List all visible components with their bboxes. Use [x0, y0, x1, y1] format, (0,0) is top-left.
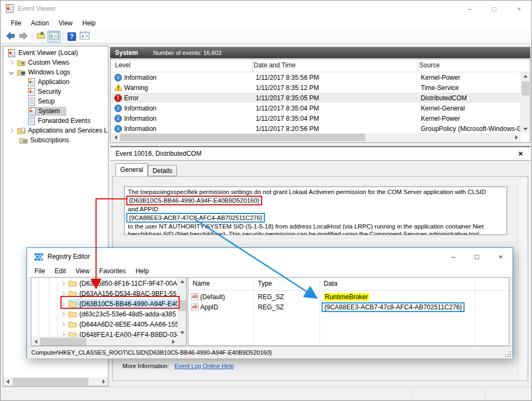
subscriptions-folder-icon: [19, 137, 28, 144]
registry-tree-vertical-scrollbar[interactable]: [178, 278, 186, 337]
sidebar-item-application[interactable]: Application: [3, 77, 108, 87]
registry-folder-icon: [69, 310, 77, 317]
sidebar-item-setup[interactable]: Setup: [3, 96, 108, 106]
registry-key-row[interactable]: {D644A6D2-8E5E-4405-AA66-155: [31, 319, 178, 329]
event-log-online-help-link[interactable]: Event Log Online Help: [174, 363, 234, 369]
registry-key-row[interactable]: {d63c23c5-53e6-48d5-adda-a385: [31, 309, 178, 319]
close-button[interactable]: ×: [507, 1, 531, 17]
event-description-box: The toepassingsspecifiek permission sett…: [124, 186, 507, 235]
close-button[interactable]: ×: [489, 248, 513, 265]
resize-grip[interactable]: [510, 356, 511, 357]
scroll-right-icon[interactable]: [512, 133, 521, 141]
menu-view[interactable]: View: [71, 267, 94, 275]
column-separator[interactable]: [252, 60, 253, 71]
sidebar-item-subscriptions[interactable]: Subscriptions: [3, 135, 108, 145]
menu-file[interactable]: File: [30, 267, 50, 275]
warning-icon: [114, 84, 122, 93]
minimize-button[interactable]: –: [457, 1, 482, 17]
event-list-horizontal-scrollbar[interactable]: [111, 133, 521, 142]
event-row[interactable]: i Information 1/11/2017 8:35:04 PM Kerne…: [111, 113, 520, 123]
menu-help[interactable]: Help: [131, 267, 154, 275]
menu-view[interactable]: View: [54, 19, 78, 27]
scroll-down-icon[interactable]: [178, 329, 187, 337]
event-row[interactable]: i Information 1/11/2017 8:20:56 PM Group…: [111, 123, 520, 134]
chevron-right-icon[interactable]: [9, 128, 13, 133]
sidebar-item-custom-views[interactable]: Custom Views: [3, 58, 108, 67]
scrollbar-thumb[interactable]: [522, 81, 529, 95]
maximize-button[interactable]: □: [465, 248, 489, 265]
scroll-left-icon[interactable]: [31, 337, 40, 345]
column-header-name[interactable]: Name: [193, 280, 210, 287]
chevron-right-icon[interactable]: [60, 312, 65, 316]
value-name: AppID: [200, 303, 218, 311]
chevron-down-icon[interactable]: [9, 70, 13, 74]
close-icon[interactable]: ×: [519, 149, 523, 158]
sidebar-item-windows-logs[interactable]: Windows Logs: [3, 67, 108, 77]
scroll-right-icon[interactable]: [169, 337, 178, 345]
chevron-right-icon[interactable]: [60, 301, 65, 306]
sidebar-item-forwarded-events[interactable]: Forwarded Events: [3, 116, 108, 126]
menu-favorites[interactable]: Favorites: [94, 267, 131, 275]
event-row[interactable]: Warning 1/11/2017 8:35:12 PM Time-Servic…: [111, 82, 520, 93]
scroll-down-icon[interactable]: [521, 125, 530, 133]
event-row[interactable]: i Information 1/11/2017 8:35:56 PM Kerne…: [111, 72, 520, 82]
help-button[interactable]: ?: [65, 31, 78, 43]
sidebar-horizontal-scrollbar[interactable]: [3, 377, 108, 386]
sidebar-item-root[interactable]: Event Viewer (Local): [3, 48, 108, 58]
sidebar-item-security[interactable]: Security: [3, 87, 108, 96]
registry-tree-horizontal-scrollbar[interactable]: [31, 337, 178, 345]
event-row[interactable]: i Information 1/11/2017 8:35:04 PM Kerne…: [111, 103, 520, 113]
detail-vertical-scrollbar[interactable]: [518, 178, 527, 379]
scroll-up-icon[interactable]: [178, 278, 187, 286]
more-information-row: More Information:Event Log Online Help: [122, 363, 234, 369]
chevron-right-icon[interactable]: [9, 60, 13, 65]
event-list-header: Level Date and Time Source: [111, 59, 530, 72]
sidebar-item-label: Custom Views: [28, 59, 69, 66]
action-pane-button[interactable]: [78, 31, 91, 43]
registry-key-row[interactable]: {D63A5850-8F16-11CF-9F47-00A: [31, 278, 178, 288]
tab-details[interactable]: Details: [148, 165, 177, 176]
forward-button[interactable]: [17, 31, 30, 43]
registry-value-row[interactable]: ab (Default) REG_SZ RuntimeBroker: [188, 292, 509, 302]
maximize-button[interactable]: □: [482, 1, 507, 17]
scroll-left-icon[interactable]: [3, 377, 12, 385]
scroll-left-icon[interactable]: [111, 133, 120, 141]
menu-file[interactable]: File: [6, 19, 26, 27]
scrollbar-thumb[interactable]: [13, 378, 88, 385]
console-tree-button[interactable]: [47, 31, 60, 43]
column-header-datetime[interactable]: Date and Time: [254, 61, 296, 69]
chevron-right-icon[interactable]: [60, 281, 65, 285]
column-header-type[interactable]: Type: [258, 280, 272, 287]
menu-help[interactable]: Help: [78, 19, 101, 27]
chevron-right-icon[interactable]: [60, 291, 65, 295]
windows-logs-folder-icon: [17, 69, 25, 76]
minimize-button[interactable]: –: [441, 248, 465, 265]
status-bar: [2, 386, 531, 400]
event-row-selected[interactable]: ! Error 1/11/2017 8:35:05 PM Distributed…: [111, 93, 520, 103]
column-separator[interactable]: [418, 60, 418, 71]
scroll-right-icon[interactable]: [99, 377, 108, 385]
back-button[interactable]: [4, 31, 17, 43]
scrollbar-thumb[interactable]: [120, 134, 365, 141]
chevron-right-icon[interactable]: [60, 322, 65, 326]
column-header-source[interactable]: Source: [419, 61, 440, 69]
registry-key-row-selected[interactable]: {D63B10C5-BB46-4990-A94F-E40: [31, 299, 178, 309]
registry-editor-logo-icon: [35, 252, 43, 262]
menu-action[interactable]: Action: [26, 19, 53, 27]
tab-general[interactable]: General: [115, 163, 148, 176]
scrollbar-thumb[interactable]: [179, 300, 186, 311]
registry-value-row[interactable]: ab AppID REG_SZ {9CA88EE3-ACB7-47c8-AFC4…: [188, 302, 509, 312]
registry-key-row[interactable]: {D63AA156-D534-4BAC-9BF1-55: [31, 288, 178, 299]
column-header-data[interactable]: Data: [324, 280, 337, 287]
sidebar-item-label: Forwarded Events: [38, 117, 90, 125]
scrollbar-thumb[interactable]: [40, 338, 86, 345]
event-list-vertical-scrollbar[interactable]: [521, 72, 529, 133]
sidebar-item-system[interactable]: System: [3, 106, 108, 116]
menu-edit[interactable]: Edit: [50, 267, 71, 275]
registry-menubar: File Edit View Favorites Help: [27, 265, 513, 277]
open-saved-log-button[interactable]: [35, 31, 47, 43]
chevron-right-icon[interactable]: [60, 332, 65, 336]
scroll-up-icon[interactable]: [521, 72, 530, 80]
column-header-level[interactable]: Level: [115, 61, 131, 69]
sidebar-item-apps-services[interactable]: Applications and Services Lo: [3, 126, 108, 135]
